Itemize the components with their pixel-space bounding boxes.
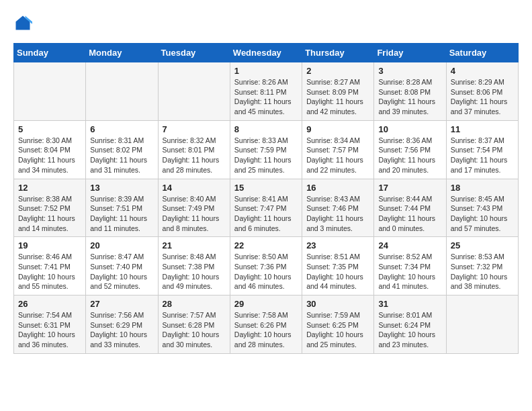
cell-info: Sunrise: 8:50 AM Sunset: 7:36 PM Dayligh… [234, 252, 298, 291]
cell-info: Sunrise: 8:41 AM Sunset: 7:47 PM Dayligh… [234, 194, 298, 234]
cell-info: Sunrise: 7:59 AM Sunset: 6:25 PM Dayligh… [306, 310, 370, 350]
calendar-cell [158, 62, 230, 121]
cell-info: Sunrise: 8:47 AM Sunset: 7:40 PM Dayligh… [90, 252, 154, 291]
day-header-wednesday: Wednesday [230, 44, 302, 62]
calendar-header-row: SundayMondayTuesdayWednesdayThursdayFrid… [14, 44, 519, 62]
day-number: 3 [378, 66, 442, 76]
day-number: 19 [18, 240, 82, 250]
cell-info: Sunrise: 8:01 AM Sunset: 6:24 PM Dayligh… [378, 310, 442, 350]
calendar-cell: 1Sunrise: 8:26 AM Sunset: 8:11 PM Daylig… [230, 62, 302, 121]
cell-info: Sunrise: 8:51 AM Sunset: 7:35 PM Dayligh… [306, 252, 370, 291]
calendar-cell: 25Sunrise: 8:53 AM Sunset: 7:32 PM Dayli… [446, 237, 518, 295]
cell-info: Sunrise: 8:28 AM Sunset: 8:08 PM Dayligh… [378, 77, 442, 117]
cell-info: Sunrise: 8:37 AM Sunset: 7:54 PM Dayligh… [451, 136, 515, 175]
logo [13, 13, 35, 32]
calendar-week-row: 1Sunrise: 8:26 AM Sunset: 8:11 PM Daylig… [14, 62, 519, 121]
cell-info: Sunrise: 8:53 AM Sunset: 7:32 PM Dayligh… [451, 252, 515, 291]
day-number: 18 [451, 183, 515, 193]
cell-info: Sunrise: 8:27 AM Sunset: 8:09 PM Dayligh… [306, 77, 370, 117]
calendar-cell: 15Sunrise: 8:41 AM Sunset: 7:47 PM Dayli… [230, 179, 302, 237]
day-number: 24 [378, 240, 442, 250]
calendar-cell: 21Sunrise: 8:48 AM Sunset: 7:38 PM Dayli… [158, 237, 230, 295]
calendar-cell: 22Sunrise: 8:50 AM Sunset: 7:36 PM Dayli… [230, 237, 302, 295]
page-header [13, 13, 519, 32]
calendar-week-row: 12Sunrise: 8:38 AM Sunset: 7:52 PM Dayli… [14, 179, 519, 237]
day-header-monday: Monday [86, 44, 158, 62]
day-number: 22 [234, 240, 298, 250]
calendar-cell: 27Sunrise: 7:56 AM Sunset: 6:29 PM Dayli… [86, 295, 158, 354]
calendar-cell: 20Sunrise: 8:47 AM Sunset: 7:40 PM Dayli… [86, 237, 158, 295]
calendar-cell: 28Sunrise: 7:57 AM Sunset: 6:28 PM Dayli… [158, 295, 230, 354]
day-number: 6 [90, 124, 154, 134]
day-number: 21 [163, 240, 226, 250]
calendar-cell: 8Sunrise: 8:33 AM Sunset: 7:59 PM Daylig… [230, 120, 302, 179]
cell-info: Sunrise: 8:26 AM Sunset: 8:11 PM Dayligh… [234, 77, 298, 117]
cell-info: Sunrise: 8:32 AM Sunset: 8:01 PM Dayligh… [163, 136, 226, 175]
calendar-cell: 31Sunrise: 8:01 AM Sunset: 6:24 PM Dayli… [374, 295, 446, 354]
day-number: 2 [306, 66, 370, 76]
day-header-friday: Friday [374, 44, 446, 62]
calendar-cell: 29Sunrise: 7:58 AM Sunset: 6:26 PM Dayli… [230, 295, 302, 354]
day-header-saturday: Saturday [446, 44, 518, 62]
calendar-cell: 14Sunrise: 8:40 AM Sunset: 7:49 PM Dayli… [158, 179, 230, 237]
calendar-cell [14, 62, 86, 121]
calendar-cell: 30Sunrise: 7:59 AM Sunset: 6:25 PM Dayli… [302, 295, 374, 354]
day-header-thursday: Thursday [302, 44, 374, 62]
day-number: 28 [163, 299, 226, 309]
calendar-cell: 17Sunrise: 8:44 AM Sunset: 7:44 PM Dayli… [374, 179, 446, 237]
day-number: 29 [234, 299, 298, 309]
cell-info: Sunrise: 8:36 AM Sunset: 7:56 PM Dayligh… [378, 136, 442, 175]
calendar-cell: 23Sunrise: 8:51 AM Sunset: 7:35 PM Dayli… [302, 237, 374, 295]
calendar-cell: 9Sunrise: 8:34 AM Sunset: 7:57 PM Daylig… [302, 120, 374, 179]
day-number: 25 [451, 240, 515, 250]
cell-info: Sunrise: 8:29 AM Sunset: 8:06 PM Dayligh… [451, 77, 515, 117]
day-number: 30 [306, 299, 370, 309]
day-number: 8 [234, 124, 298, 134]
calendar-cell [86, 62, 158, 121]
cell-info: Sunrise: 7:56 AM Sunset: 6:29 PM Dayligh… [90, 310, 154, 350]
day-number: 23 [306, 240, 370, 250]
cell-info: Sunrise: 8:33 AM Sunset: 7:59 PM Dayligh… [234, 136, 298, 175]
cell-info: Sunrise: 7:57 AM Sunset: 6:28 PM Dayligh… [163, 310, 226, 350]
cell-info: Sunrise: 8:30 AM Sunset: 8:04 PM Dayligh… [18, 136, 82, 175]
day-number: 5 [18, 124, 82, 134]
calendar-cell: 19Sunrise: 8:46 AM Sunset: 7:41 PM Dayli… [14, 237, 86, 295]
day-number: 20 [90, 240, 154, 250]
day-number: 14 [163, 183, 226, 193]
calendar-cell: 24Sunrise: 8:52 AM Sunset: 7:34 PM Dayli… [374, 237, 446, 295]
day-number: 13 [90, 183, 154, 193]
calendar-week-row: 26Sunrise: 7:54 AM Sunset: 6:31 PM Dayli… [14, 295, 519, 354]
cell-info: Sunrise: 8:34 AM Sunset: 7:57 PM Dayligh… [306, 136, 370, 175]
logo-icon [13, 13, 32, 32]
calendar-cell: 4Sunrise: 8:29 AM Sunset: 8:06 PM Daylig… [446, 62, 518, 121]
calendar-cell: 16Sunrise: 8:43 AM Sunset: 7:46 PM Dayli… [302, 179, 374, 237]
calendar-cell: 10Sunrise: 8:36 AM Sunset: 7:56 PM Dayli… [374, 120, 446, 179]
day-number: 11 [451, 124, 515, 134]
cell-info: Sunrise: 8:39 AM Sunset: 7:51 PM Dayligh… [90, 194, 154, 234]
day-number: 9 [306, 124, 370, 134]
calendar-cell [446, 295, 518, 354]
cell-info: Sunrise: 7:54 AM Sunset: 6:31 PM Dayligh… [18, 310, 82, 350]
cell-info: Sunrise: 8:46 AM Sunset: 7:41 PM Dayligh… [18, 252, 82, 291]
calendar-cell: 2Sunrise: 8:27 AM Sunset: 8:09 PM Daylig… [302, 62, 374, 121]
svg-marker-0 [16, 16, 30, 30]
calendar-cell: 11Sunrise: 8:37 AM Sunset: 7:54 PM Dayli… [446, 120, 518, 179]
day-number: 10 [378, 124, 442, 134]
calendar-cell: 18Sunrise: 8:45 AM Sunset: 7:43 PM Dayli… [446, 179, 518, 237]
calendar-week-row: 19Sunrise: 8:46 AM Sunset: 7:41 PM Dayli… [14, 237, 519, 295]
cell-info: Sunrise: 7:58 AM Sunset: 6:26 PM Dayligh… [234, 310, 298, 350]
day-number: 15 [234, 183, 298, 193]
cell-info: Sunrise: 8:38 AM Sunset: 7:52 PM Dayligh… [18, 194, 82, 234]
day-number: 1 [234, 66, 298, 76]
day-header-sunday: Sunday [14, 44, 86, 62]
day-number: 31 [378, 299, 442, 309]
cell-info: Sunrise: 8:48 AM Sunset: 7:38 PM Dayligh… [163, 252, 226, 291]
day-header-tuesday: Tuesday [158, 44, 230, 62]
calendar-cell: 5Sunrise: 8:30 AM Sunset: 8:04 PM Daylig… [14, 120, 86, 179]
day-number: 26 [18, 299, 82, 309]
day-number: 16 [306, 183, 370, 193]
cell-info: Sunrise: 8:45 AM Sunset: 7:43 PM Dayligh… [451, 194, 515, 234]
day-number: 7 [163, 124, 226, 134]
calendar-cell: 12Sunrise: 8:38 AM Sunset: 7:52 PM Dayli… [14, 179, 86, 237]
cell-info: Sunrise: 8:40 AM Sunset: 7:49 PM Dayligh… [163, 194, 226, 234]
